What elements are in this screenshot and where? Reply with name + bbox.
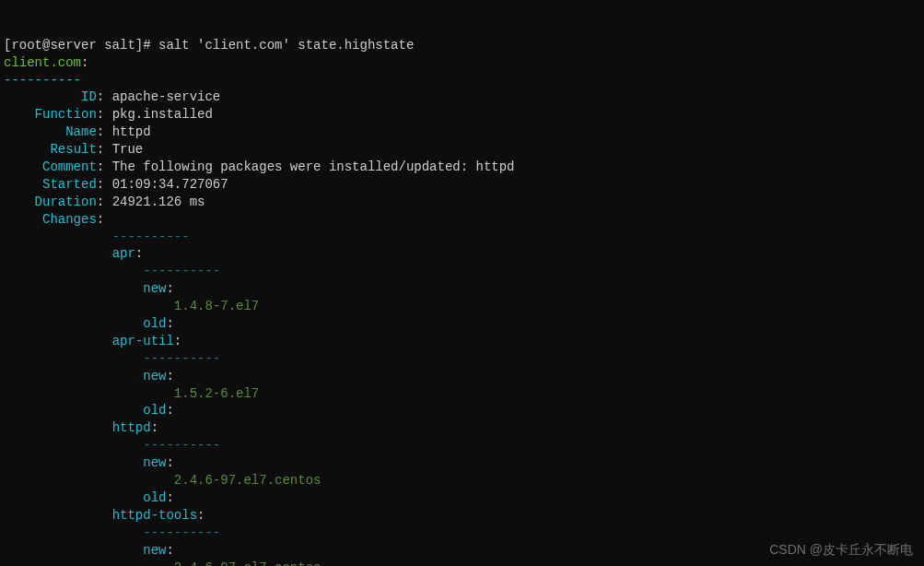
new-label: new bbox=[143, 369, 166, 383]
terminal-output: [root@server salt]# salt 'client.com' st… bbox=[4, 37, 920, 566]
target-line: client.com bbox=[4, 55, 81, 70]
label-name: Name bbox=[65, 124, 97, 139]
label-function: Function bbox=[35, 107, 97, 122]
value-comment: The following packages were installed/up… bbox=[112, 159, 515, 174]
label-changes: Changes bbox=[42, 212, 97, 227]
new-label: new bbox=[143, 455, 166, 470]
old-label: old bbox=[143, 403, 166, 418]
pkg-httpd-tools: httpd-tools bbox=[112, 508, 197, 523]
label-result: Result bbox=[50, 142, 96, 157]
label-started: Started bbox=[42, 177, 97, 192]
value-started: 01:09:34.727067 bbox=[112, 177, 228, 192]
new-label: new bbox=[143, 543, 166, 558]
pkg-sep: ---------- bbox=[143, 264, 220, 278]
old-label: old bbox=[143, 490, 166, 505]
pkg-httpd: httpd bbox=[112, 420, 151, 435]
pkg-apr: apr bbox=[112, 246, 135, 261]
pkg-sep: ---------- bbox=[143, 351, 220, 366]
pkg-sep: ---------- bbox=[143, 525, 220, 540]
value-id: apache-service bbox=[112, 89, 221, 104]
value-result: True bbox=[112, 142, 144, 157]
colon: : bbox=[81, 55, 88, 70]
apr-new: 1.4.8-7.el7 bbox=[174, 299, 259, 313]
apr-util-new: 1.5.2-6.el7 bbox=[174, 386, 259, 401]
changes-sep: ---------- bbox=[112, 230, 190, 244]
value-name: httpd bbox=[112, 124, 151, 139]
separator: ---------- bbox=[4, 73, 81, 88]
httpd-tools-new: 2.4.6-97.el7.centos bbox=[174, 560, 322, 567]
label-comment: Comment bbox=[42, 159, 97, 174]
old-label: old bbox=[143, 316, 166, 331]
pkg-sep: ---------- bbox=[143, 438, 220, 453]
httpd-new: 2.4.6-97.el7.centos bbox=[174, 473, 322, 488]
prompt-text: [root@server salt]# salt 'client.com' st… bbox=[4, 38, 414, 53]
value-function: pkg.installed bbox=[112, 107, 213, 122]
label-id: ID bbox=[81, 89, 97, 104]
watermark: CSDN @皮卡丘永不断电 bbox=[769, 541, 913, 559]
value-duration: 24921.126 ms bbox=[112, 195, 205, 209]
pkg-apr-util: apr-util bbox=[112, 334, 174, 348]
new-label: new bbox=[143, 281, 166, 296]
label-duration: Duration bbox=[35, 195, 97, 209]
